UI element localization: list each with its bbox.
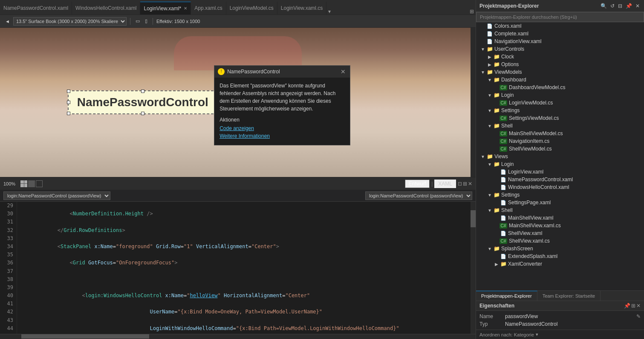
file-icon-cs: C# xyxy=(500,138,507,145)
code-editor: login:NamePasswordControl (passwordView)… xyxy=(0,190,476,339)
tree-folder-settings-views[interactable]: ▼ 📁 Settings xyxy=(476,191,644,199)
tree-folder-settings-vm[interactable]: ▼ 📁 Settings xyxy=(476,107,644,114)
tree-item-settingsvm[interactable]: C# SettingsViewModel.cs xyxy=(476,114,644,122)
collapse-icon[interactable]: ⊡ xyxy=(458,181,462,187)
tree-item-complete[interactable]: 📄 Complete.xaml xyxy=(476,30,644,38)
border-icon[interactable] xyxy=(36,180,43,187)
weitere-info-link[interactable]: Weitere Informationen xyxy=(219,133,345,139)
handle-bm[interactable] xyxy=(141,112,144,115)
editor-vscrollbar[interactable] xyxy=(471,202,476,334)
tree-item-extendedsplash[interactable]: 📄 ExtendedSplash.xaml xyxy=(476,252,644,260)
device-selector[interactable]: 13.5" Surface Book (3000 x 2000) 200% Sk… xyxy=(13,17,127,26)
tab-namepassword[interactable]: NamePasswordControl.xaml xyxy=(0,2,72,14)
tree-folder-login-views[interactable]: ▼ 📁 Login xyxy=(476,160,644,168)
toolbar-back[interactable]: ◄ xyxy=(3,18,12,25)
tree-folder-dashboard[interactable]: ▼ 📁 Dashboard xyxy=(476,76,644,84)
props-expand[interactable]: ⊞ xyxy=(631,303,635,309)
tree-item-mainshellview[interactable]: 📄 MainShellView.xaml xyxy=(476,214,644,222)
tree-folder-usercontrols[interactable]: ▼ 📁 UserControls xyxy=(476,45,644,53)
tree-folder-views[interactable]: ▼ 📁 Views xyxy=(476,153,644,160)
tree-folder-viewmodels[interactable]: ▼ 📁 ViewModels xyxy=(476,68,644,76)
vscrollbar-thumb[interactable] xyxy=(471,210,476,227)
handle-tm[interactable] xyxy=(141,90,144,93)
design-vscrollbar[interactable] xyxy=(471,28,476,177)
zoom-level: 100% xyxy=(3,181,15,186)
se-close-icon[interactable]: ✕ xyxy=(635,2,641,10)
se-pin-icon[interactable]: 📌 xyxy=(625,2,633,10)
sort-dropdown[interactable]: ▾ xyxy=(536,332,538,337)
entwurf-button[interactable]: Entwurf xyxy=(405,180,430,188)
se-tab-explorer[interactable]: Projektmappen-Explorer xyxy=(476,291,537,301)
se-tab-label: Team Explorer: Startseite xyxy=(543,293,595,298)
popup-close-button[interactable]: ✕ xyxy=(340,67,347,76)
tree-folder-splashscreen[interactable]: ▼ 📁 SplashScreen xyxy=(476,245,644,252)
tab-appxaml[interactable]: App.xaml.cs xyxy=(191,2,226,14)
tab-label: LoginView.xaml* xyxy=(144,6,181,12)
tree-item-namepassword[interactable]: 📄 NamePasswordControl.xaml xyxy=(476,176,644,183)
props-pin[interactable]: 📌 xyxy=(624,303,630,309)
tree-item-navitem[interactable]: C# NavigationItem.cs xyxy=(476,137,644,145)
props-icons: 📌 ⊞ ✕ xyxy=(624,303,641,309)
props-close[interactable]: ✕ xyxy=(636,303,641,309)
handle-tl[interactable] xyxy=(67,90,70,93)
tree-item-navview[interactable]: 📄 NavigationView.xaml xyxy=(476,38,644,45)
tab-windowshello[interactable]: WindowsHelloControl.xaml xyxy=(72,2,140,14)
tree-item-mainshellviewcs[interactable]: C# MainShellView.xaml.cs xyxy=(476,222,644,229)
tree-item-loginvm[interactable]: C# LoginViewModel.cs xyxy=(476,99,644,107)
tree-folder-xamlconverter[interactable]: ▶ 📁 XamlConverter xyxy=(476,260,644,268)
tab-overflow[interactable]: ▾ xyxy=(326,9,332,14)
expand-arrow: ▼ xyxy=(486,78,493,82)
close-icon[interactable]: ✕ xyxy=(184,6,187,11)
tab-loginviewmodel[interactable]: LoginViewModel.cs xyxy=(226,2,277,14)
hscrollbar-thumb[interactable] xyxy=(21,334,149,339)
editor-hscrollbar[interactable] xyxy=(0,334,476,339)
portrait-icon[interactable]: ▭ xyxy=(134,17,142,25)
tree-item-shellviewcs[interactable]: C# ShellView.xaml.cs xyxy=(476,237,644,245)
control-box[interactable]: NamePasswordControl xyxy=(68,90,218,114)
tree-item-settingspage[interactable]: 📄 SettingsPage.xaml xyxy=(476,199,644,206)
se-tree: 📄 Colors.xaml 📄 Complete.xaml 📄 Navigati… xyxy=(476,22,644,290)
expand-arrow: ▶ xyxy=(493,262,500,267)
file-icon-cs: C# xyxy=(500,115,507,122)
code-line-36: LoginWithWindowHelloCommand="{x:Bind Pat… xyxy=(20,325,467,333)
landscape-icon[interactable]: ▯ xyxy=(143,17,149,25)
se-collapse-icon[interactable]: ⊟ xyxy=(617,2,623,10)
handle-bl[interactable] xyxy=(67,112,70,115)
file-icon: 📄 xyxy=(486,30,493,37)
tab-loginviewxaml[interactable]: LoginView.xaml.cs xyxy=(277,2,327,14)
tree-folder-shell-vm[interactable]: ▼ 📁 Shell xyxy=(476,122,644,130)
prop-edit-icon[interactable]: ✎ xyxy=(636,313,641,319)
tree-item-dashboardvm[interactable]: C# DashboardViewModel.cs xyxy=(476,84,644,91)
xaml-button[interactable]: XAML xyxy=(434,180,456,188)
close-panel-icon[interactable]: ✕ xyxy=(468,181,472,187)
helloview-link[interactable]: helloView xyxy=(190,293,217,298)
tab-loginview[interactable]: LoginView.xaml* ✕ xyxy=(140,2,191,14)
tree-item-shellview[interactable]: 📄 ShellView.xaml xyxy=(476,229,644,237)
grid-view-icon[interactable] xyxy=(20,180,27,187)
tree-label: Settings xyxy=(501,192,520,198)
file-icon: 📄 xyxy=(500,176,507,183)
se-tab-teamexplorer[interactable]: Team Explorer: Startseite xyxy=(537,291,601,301)
tree-item-windowshello[interactable]: 📄 WindowsHelloControl.xaml xyxy=(476,183,644,191)
list-view-icon[interactable] xyxy=(28,180,35,187)
toolbar-separator xyxy=(130,18,130,25)
tree-item-mainshellvm[interactable]: C# MainShellViewModel.cs xyxy=(476,130,644,137)
se-search-icon[interactable]: 🔍 xyxy=(600,2,608,10)
tree-folder-shell-views[interactable]: ▼ 📁 Shell xyxy=(476,206,644,214)
tree-item-colors[interactable]: 📄 Colors.xaml xyxy=(476,22,644,30)
tree-folder-clock[interactable]: ▶ 📁 Clock xyxy=(476,53,644,61)
tab-layout-icon[interactable]: ⊞ xyxy=(468,9,476,14)
expand-icon[interactable]: ⊞ xyxy=(463,181,467,187)
code-anzeigen-link[interactable]: Code anzeigen xyxy=(219,125,345,131)
context-dropdown-right[interactable]: login:NamePasswordControl (passwordView) xyxy=(365,191,472,200)
tree-item-loginview[interactable]: 📄 LoginView.xaml xyxy=(476,168,644,176)
tree-folder-login-vm[interactable]: ▼ 📁 Login xyxy=(476,91,644,99)
handle-ml[interactable] xyxy=(67,101,70,104)
se-search[interactable]: Projektmappen-Explorer durchsuchen (Strg… xyxy=(476,12,644,22)
tree-item-shellvm[interactable]: C# ShellViewModel.cs xyxy=(476,145,644,153)
file-icon: 📄 xyxy=(500,214,507,221)
tree-folder-options[interactable]: ▶ 📁 Options xyxy=(476,61,644,68)
context-dropdown-left[interactable]: login:NamePasswordControl (passwordView) xyxy=(3,191,110,200)
expand-arrow: ▼ xyxy=(479,70,486,75)
se-refresh-icon[interactable]: ↺ xyxy=(609,2,615,10)
